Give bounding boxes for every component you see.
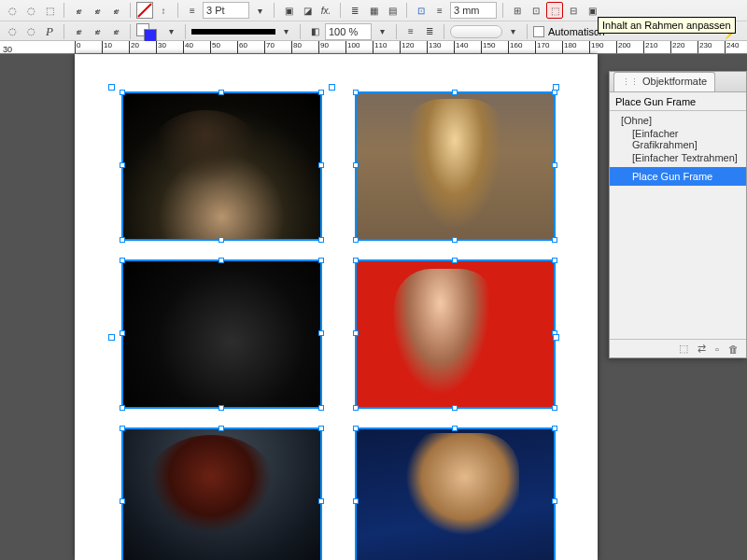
resize-handle[interactable] — [120, 330, 125, 336]
resize-handle[interactable] — [318, 90, 324, 95]
fit-content-prop-icon[interactable]: ⊞ — [509, 2, 526, 19]
resize-handle[interactable] — [353, 330, 359, 336]
auto-fit-checkbox[interactable]: Automatisch — [533, 26, 605, 37]
dashed-select-icon[interactable]: ◌ — [4, 2, 21, 19]
wrap-jump-next-icon[interactable]: ≣ — [421, 23, 438, 40]
resize-handle[interactable] — [353, 258, 359, 263]
panel-tab-objektformate[interactable]: ⋮⋮Objektformate — [613, 72, 715, 91]
stroke-style-preview[interactable] — [191, 25, 275, 38]
resize-handle[interactable] — [218, 405, 224, 411]
zoom-dropdown-icon[interactable]: ▾ — [374, 23, 390, 40]
tree-icon-2[interactable]: ⸙ — [89, 23, 106, 40]
resize-handle[interactable] — [318, 237, 324, 243]
brush-icon-1[interactable]: ◌ — [4, 23, 21, 40]
group-selection-handle[interactable] — [108, 334, 115, 341]
resize-handle[interactable] — [218, 426, 224, 431]
resize-handle[interactable] — [318, 498, 324, 504]
gap-input[interactable] — [450, 2, 497, 19]
resize-handle[interactable] — [452, 426, 458, 431]
group-selection-handle[interactable] — [108, 84, 115, 91]
image-frame[interactable] — [355, 427, 556, 560]
paragraph-style-icon[interactable]: P — [41, 23, 58, 40]
group-selection-handle[interactable] — [329, 84, 335, 91]
wrap-jump-icon[interactable]: ≡ — [402, 23, 419, 40]
image-frame[interactable] — [121, 259, 322, 409]
image-frame[interactable] — [355, 91, 556, 241]
resize-handle[interactable] — [353, 162, 359, 168]
resize-handle[interactable] — [318, 405, 324, 411]
object-mode-icon[interactable]: ◪ — [299, 2, 316, 19]
resize-handle[interactable] — [452, 258, 458, 263]
resize-handle[interactable] — [120, 237, 125, 243]
resize-handle[interactable] — [318, 162, 324, 168]
wrap-shape-icon[interactable]: ▤ — [384, 2, 401, 19]
corners-dropdown-icon[interactable]: ▾ — [504, 23, 521, 40]
resize-handle[interactable] — [318, 426, 324, 431]
resize-handle[interactable] — [452, 237, 458, 243]
anchor-icon-2[interactable]: ⸙ — [89, 2, 106, 19]
object-style-row[interactable]: [Einfacher Grafikrahmen] — [610, 130, 746, 148]
image-frame[interactable] — [355, 259, 556, 409]
resize-handle[interactable] — [452, 405, 458, 411]
stroke-weight-stepper[interactable]: ≡ — [184, 2, 201, 19]
swatch-dropdown-icon[interactable]: ▾ — [162, 23, 179, 40]
anchor-icon-3[interactable]: ⸙ — [107, 2, 124, 19]
swap-fill-stroke-icon[interactable]: ↕ — [155, 2, 172, 19]
new-style-icon[interactable]: ▫ — [715, 343, 719, 355]
dotted-select-icon[interactable]: ⬚ — [41, 2, 58, 19]
group-selection-handle[interactable] — [553, 84, 559, 91]
resize-handle[interactable] — [452, 90, 458, 95]
page[interactable]: ↖ — [75, 54, 598, 560]
wrap-bounding-icon[interactable]: ▦ — [365, 2, 382, 19]
opacity-mode-icon[interactable]: ◧ — [306, 23, 323, 40]
resize-handle[interactable] — [218, 237, 224, 243]
fit-content-to-frame-button[interactable]: ⬚ — [546, 2, 563, 19]
resize-handle[interactable] — [552, 162, 557, 168]
resize-handle[interactable] — [218, 90, 224, 95]
trash-icon[interactable]: 🗑 — [728, 343, 739, 355]
object-style-row[interactable]: Place Gun Frame — [610, 167, 746, 186]
resize-handle[interactable] — [120, 498, 125, 504]
resize-handle[interactable] — [120, 426, 125, 431]
panel-header[interactable]: Place Gun Frame — [610, 92, 746, 111]
horizontal-ruler[interactable]: 0102030405060708090100110120130140150160… — [0, 41, 747, 54]
object-style-row[interactable]: [Einfacher Textrahmen] — [610, 148, 746, 167]
crop-icon[interactable]: ⊡ — [413, 2, 430, 19]
resize-handle[interactable] — [120, 258, 125, 263]
resize-handle[interactable] — [552, 405, 557, 411]
fit-frame-prop-icon[interactable]: ⊡ — [528, 2, 544, 19]
resize-handle[interactable] — [353, 498, 359, 504]
rounded-corners-widget[interactable] — [450, 25, 502, 38]
brush-icon-2[interactable]: ◌ — [22, 23, 39, 40]
object-styles-panel[interactable]: ⋮⋮Objektformate Place Gun Frame [Ohne][E… — [609, 71, 747, 358]
resize-handle[interactable] — [353, 426, 359, 431]
resize-handle[interactable] — [552, 426, 557, 431]
wrap-none-icon[interactable]: ≣ — [346, 2, 363, 19]
tree-icon-3[interactable]: ⸙ — [107, 23, 124, 40]
resize-handle[interactable] — [353, 90, 359, 95]
resize-handle[interactable] — [218, 258, 224, 263]
resize-handle[interactable] — [353, 237, 359, 243]
tree-icon-1[interactable]: ⸙ — [70, 23, 87, 40]
gap-stepper-icon[interactable]: ≡ — [431, 2, 448, 19]
effects-fx-icon[interactable]: fx. — [317, 2, 334, 19]
container-mode-icon[interactable]: ▣ — [280, 2, 297, 19]
group-selection-handle[interactable] — [553, 334, 559, 341]
image-frame[interactable] — [121, 91, 322, 241]
stroke-weight-dropdown-icon[interactable]: ▾ — [251, 2, 268, 19]
image-frame[interactable] — [121, 427, 322, 560]
resize-handle[interactable] — [318, 330, 324, 336]
fit-frame-to-content-icon[interactable]: ⊟ — [565, 2, 582, 19]
break-link-icon[interactable]: ⇄ — [698, 343, 706, 355]
resize-handle[interactable] — [552, 258, 557, 263]
resize-handle[interactable] — [120, 162, 125, 168]
object-style-row[interactable]: [Ohne] — [610, 111, 746, 130]
anchor-icon-1[interactable]: ⸙ — [70, 2, 87, 19]
fill-stroke-swatch[interactable] — [136, 23, 161, 40]
resize-handle[interactable] — [120, 90, 125, 95]
fill-none-swatch[interactable] — [136, 2, 153, 19]
resize-handle[interactable] — [353, 405, 359, 411]
stroke-style-dropdown-icon[interactable]: ▾ — [277, 23, 294, 40]
zoom-input[interactable] — [325, 23, 372, 40]
stroke-weight-input[interactable] — [203, 2, 249, 19]
